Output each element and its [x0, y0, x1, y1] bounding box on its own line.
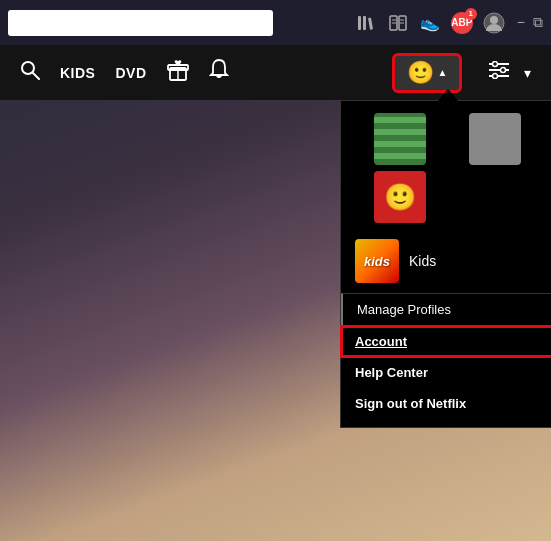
profile-dropdown: 🙂 kids Kids Manage Profiles Account Help… — [340, 100, 551, 428]
bell-icon[interactable] — [209, 59, 229, 86]
nav-dvd[interactable]: DVD — [115, 65, 146, 81]
settings-icon[interactable] — [488, 61, 510, 84]
window-controls: − ⧉ — [517, 14, 543, 31]
profile-item-grey[interactable] — [451, 113, 541, 165]
gift-icon[interactable] — [167, 59, 189, 86]
dropdown-arrow — [438, 89, 458, 101]
svg-point-19 — [493, 62, 498, 67]
svg-point-11 — [22, 62, 34, 74]
profile-emoji: 🙂 — [407, 60, 434, 86]
nav-kids[interactable]: KIDS — [60, 65, 95, 81]
user-profile-browser-icon[interactable] — [483, 12, 505, 34]
svg-point-10 — [490, 16, 498, 24]
adblock-icon[interactable]: ABP 1 — [451, 12, 473, 34]
sign-out-button[interactable]: Sign out of Netflix — [341, 388, 551, 419]
svg-rect-2 — [368, 17, 373, 29]
help-center-button[interactable]: Help Center — [341, 357, 551, 388]
kids-row[interactable]: kids Kids — [341, 233, 551, 293]
browser-chrome: 👟 ABP 1 − ⧉ — [0, 0, 551, 45]
profile-item-stripe[interactable] — [355, 113, 445, 165]
profile-menu-button[interactable]: 🙂 ▲ — [392, 53, 462, 93]
kids-avatar: kids — [355, 239, 399, 283]
sneaker-icon[interactable]: 👟 — [419, 12, 441, 34]
settings-chevron-icon: ▾ — [524, 65, 531, 81]
address-bar[interactable] — [8, 10, 273, 36]
svg-line-12 — [33, 73, 39, 79]
abp-badge: 1 — [465, 8, 477, 20]
restore-button[interactable]: ⧉ — [533, 14, 543, 31]
library-icon[interactable] — [355, 12, 377, 34]
browser-toolbar: 👟 ABP 1 — [355, 12, 505, 34]
svg-rect-1 — [363, 16, 366, 30]
profile-avatar-red: 🙂 — [374, 171, 426, 223]
svg-point-20 — [501, 68, 506, 73]
minimize-button[interactable]: − — [517, 14, 525, 31]
profiles-grid: 🙂 — [341, 113, 551, 233]
profile-item-red[interactable]: 🙂 — [355, 171, 445, 223]
search-icon[interactable] — [20, 60, 40, 85]
svg-rect-0 — [358, 16, 361, 30]
profile-avatar-grey — [469, 113, 521, 165]
profile-avatar-stripe — [374, 113, 426, 165]
svg-point-21 — [493, 74, 498, 79]
manage-profiles-button[interactable]: Manage Profiles — [341, 293, 551, 326]
account-button[interactable]: Account — [341, 326, 551, 357]
reader-icon[interactable] — [387, 12, 409, 34]
kids-label: Kids — [409, 253, 436, 269]
netflix-navbar: KIDS DVD 🙂 ▲ ▾ — [0, 45, 551, 100]
profile-chevron-icon: ▲ — [438, 67, 448, 78]
